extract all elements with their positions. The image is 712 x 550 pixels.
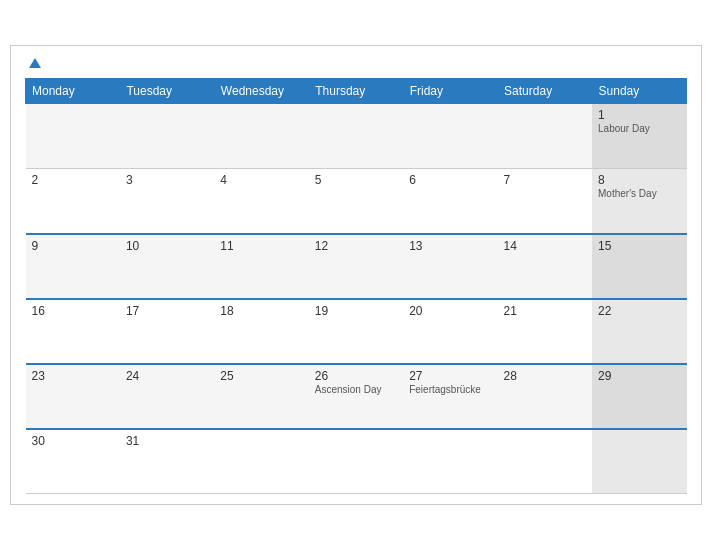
calendar-cell: 10 bbox=[120, 234, 214, 299]
week-row-2: 2345678Mother's Day bbox=[26, 169, 687, 234]
day-number: 30 bbox=[32, 434, 114, 448]
calendar-cell: 14 bbox=[498, 234, 592, 299]
calendar-cell: 1Labour Day bbox=[592, 104, 686, 169]
weekday-header-wednesday: Wednesday bbox=[214, 79, 308, 104]
calendar-cell: 26Ascension Day bbox=[309, 364, 403, 429]
calendar-cell: 8Mother's Day bbox=[592, 169, 686, 234]
weekday-header-thursday: Thursday bbox=[309, 79, 403, 104]
week-row-5: 23242526Ascension Day27Feiertagsbrücke28… bbox=[26, 364, 687, 429]
day-number: 7 bbox=[504, 173, 586, 187]
day-event: Mother's Day bbox=[598, 188, 680, 199]
calendar-cell: 9 bbox=[26, 234, 120, 299]
calendar-cell: 30 bbox=[26, 429, 120, 494]
week-row-4: 16171819202122 bbox=[26, 299, 687, 364]
day-number: 27 bbox=[409, 369, 491, 383]
calendar: MondayTuesdayWednesdayThursdayFridaySatu… bbox=[10, 45, 702, 505]
day-number: 19 bbox=[315, 304, 397, 318]
calendar-cell bbox=[26, 104, 120, 169]
calendar-cell: 27Feiertagsbrücke bbox=[403, 364, 497, 429]
calendar-cell: 28 bbox=[498, 364, 592, 429]
calendar-cell bbox=[309, 429, 403, 494]
calendar-cell: 19 bbox=[309, 299, 403, 364]
calendar-cell bbox=[214, 104, 308, 169]
day-number: 15 bbox=[598, 239, 680, 253]
calendar-cell: 22 bbox=[592, 299, 686, 364]
calendar-header bbox=[25, 58, 687, 68]
logo-blue-text bbox=[25, 58, 41, 68]
day-number: 9 bbox=[32, 239, 114, 253]
calendar-cell: 15 bbox=[592, 234, 686, 299]
calendar-cell: 2 bbox=[26, 169, 120, 234]
day-event: Labour Day bbox=[598, 123, 680, 134]
day-number: 8 bbox=[598, 173, 680, 187]
weekday-header-row: MondayTuesdayWednesdayThursdayFridaySatu… bbox=[26, 79, 687, 104]
day-number: 16 bbox=[32, 304, 114, 318]
day-number: 10 bbox=[126, 239, 208, 253]
calendar-cell: 6 bbox=[403, 169, 497, 234]
day-number: 18 bbox=[220, 304, 302, 318]
day-number: 11 bbox=[220, 239, 302, 253]
calendar-cell bbox=[498, 104, 592, 169]
week-row-6: 3031 bbox=[26, 429, 687, 494]
calendar-cell bbox=[403, 429, 497, 494]
day-number: 1 bbox=[598, 108, 680, 122]
calendar-cell: 21 bbox=[498, 299, 592, 364]
day-number: 14 bbox=[504, 239, 586, 253]
day-number: 25 bbox=[220, 369, 302, 383]
weekday-header-monday: Monday bbox=[26, 79, 120, 104]
calendar-cell bbox=[498, 429, 592, 494]
calendar-cell bbox=[403, 104, 497, 169]
day-number: 17 bbox=[126, 304, 208, 318]
day-number: 2 bbox=[32, 173, 114, 187]
calendar-cell bbox=[592, 429, 686, 494]
calendar-cell: 20 bbox=[403, 299, 497, 364]
day-number: 4 bbox=[220, 173, 302, 187]
day-number: 22 bbox=[598, 304, 680, 318]
calendar-cell: 3 bbox=[120, 169, 214, 234]
day-event: Feiertagsbrücke bbox=[409, 384, 491, 395]
day-number: 12 bbox=[315, 239, 397, 253]
calendar-cell bbox=[120, 104, 214, 169]
week-row-3: 9101112131415 bbox=[26, 234, 687, 299]
day-number: 24 bbox=[126, 369, 208, 383]
calendar-cell: 16 bbox=[26, 299, 120, 364]
day-number: 23 bbox=[32, 369, 114, 383]
day-number: 5 bbox=[315, 173, 397, 187]
calendar-cell: 31 bbox=[120, 429, 214, 494]
calendar-cell: 29 bbox=[592, 364, 686, 429]
calendar-cell bbox=[309, 104, 403, 169]
calendar-cell: 7 bbox=[498, 169, 592, 234]
calendar-cell: 4 bbox=[214, 169, 308, 234]
day-number: 20 bbox=[409, 304, 491, 318]
calendar-cell: 23 bbox=[26, 364, 120, 429]
calendar-cell: 17 bbox=[120, 299, 214, 364]
calendar-cell: 24 bbox=[120, 364, 214, 429]
calendar-cell: 11 bbox=[214, 234, 308, 299]
calendar-cell: 18 bbox=[214, 299, 308, 364]
weekday-header-sunday: Sunday bbox=[592, 79, 686, 104]
day-number: 31 bbox=[126, 434, 208, 448]
day-number: 13 bbox=[409, 239, 491, 253]
day-number: 26 bbox=[315, 369, 397, 383]
day-number: 21 bbox=[504, 304, 586, 318]
calendar-cell: 13 bbox=[403, 234, 497, 299]
day-event: Ascension Day bbox=[315, 384, 397, 395]
weekday-header-saturday: Saturday bbox=[498, 79, 592, 104]
day-number: 6 bbox=[409, 173, 491, 187]
calendar-cell: 25 bbox=[214, 364, 308, 429]
day-number: 3 bbox=[126, 173, 208, 187]
weekday-header-tuesday: Tuesday bbox=[120, 79, 214, 104]
week-row-1: 1Labour Day bbox=[26, 104, 687, 169]
weekday-header-friday: Friday bbox=[403, 79, 497, 104]
calendar-cell bbox=[214, 429, 308, 494]
calendar-table: MondayTuesdayWednesdayThursdayFridaySatu… bbox=[25, 78, 687, 494]
day-number: 29 bbox=[598, 369, 680, 383]
day-number: 28 bbox=[504, 369, 586, 383]
logo-triangle-icon bbox=[29, 58, 41, 68]
logo bbox=[25, 58, 41, 68]
calendar-cell: 5 bbox=[309, 169, 403, 234]
calendar-cell: 12 bbox=[309, 234, 403, 299]
